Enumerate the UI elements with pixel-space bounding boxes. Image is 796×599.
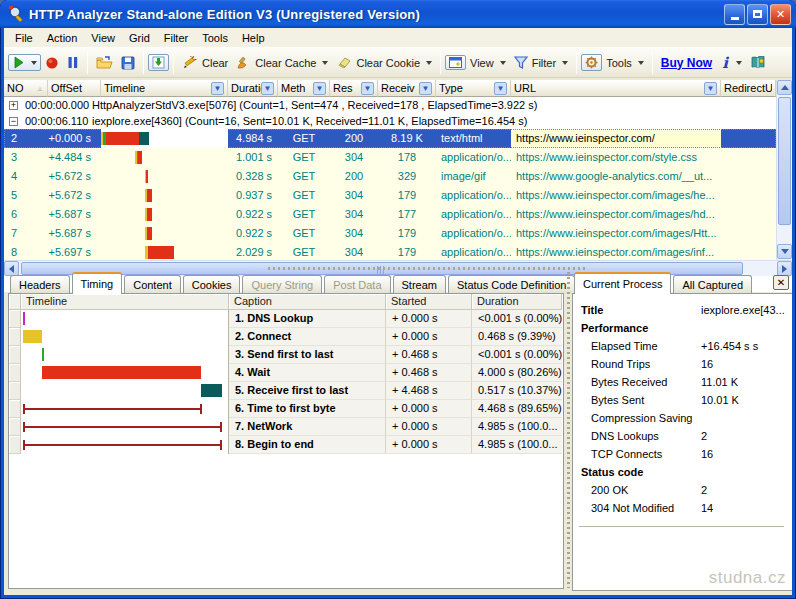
column-filter-icon[interactable]: ▼: [313, 82, 326, 95]
column-filter-icon[interactable]: ▼: [419, 82, 432, 95]
column-header-meth[interactable]: Meth▼: [278, 80, 330, 97]
clear-cookie-button[interactable]: Clear Cookie: [332, 54, 436, 71]
column-header-duratio[interactable]: Duratio▼: [228, 80, 278, 97]
request-row[interactable]: 3+4.484 s1.001 sGET304178application/o..…: [4, 148, 776, 167]
timing-row[interactable]: 6. Time to first byte+ 0.000 s4.468 s (8…: [9, 400, 563, 418]
vertical-splitter[interactable]: [565, 272, 572, 588]
tab-status-code-definition[interactable]: Status Code Definition: [448, 275, 575, 294]
scroll-down-button[interactable]: [777, 244, 792, 259]
view-icon-button[interactable]: [445, 55, 466, 70]
request-row[interactable]: 5+5.672 s0.937 sGET304179application/o..…: [4, 186, 776, 205]
pause-capture-button[interactable]: [63, 54, 83, 71]
menu-item-tools[interactable]: Tools: [195, 30, 235, 46]
column-header-timeline[interactable]: Timeline▼: [101, 80, 228, 97]
request-row[interactable]: 7+5.687 s0.922 sGET304179application/o..…: [4, 224, 776, 243]
timing-row-selector[interactable]: [9, 418, 21, 436]
tab-query-string[interactable]: Query String: [242, 275, 322, 294]
column-filter-icon[interactable]: ▼: [494, 82, 507, 95]
tab-timing[interactable]: Timing: [72, 272, 123, 294]
info-caret[interactable]: [736, 61, 742, 65]
start-dropdown-caret[interactable]: [31, 61, 37, 65]
timing-row-selector[interactable]: [9, 346, 21, 364]
export-button[interactable]: [148, 54, 169, 71]
menu-item-help[interactable]: Help: [235, 30, 272, 46]
tab-cookies[interactable]: Cookies: [183, 275, 241, 294]
save-button[interactable]: [117, 54, 139, 72]
column-header-no[interactable]: NO▵: [4, 80, 48, 97]
timing-header-duration[interactable]: Duration: [472, 294, 562, 310]
column-filter-icon[interactable]: ▼: [261, 82, 274, 95]
vertical-scroll-thumb[interactable]: [778, 97, 791, 225]
help-button[interactable]: [746, 54, 770, 71]
tab-stream[interactable]: Stream: [393, 275, 446, 294]
horizontal-splitter[interactable]: [4, 264, 792, 272]
timing-row-selector[interactable]: [9, 400, 21, 418]
menu-item-action[interactable]: Action: [40, 30, 85, 46]
timing-row[interactable]: 7. NetWork+ 0.000 s4.985 s (100.0...: [9, 418, 563, 436]
filter-caret[interactable]: [562, 61, 568, 65]
tab-all-captured[interactable]: All Captured: [673, 275, 752, 294]
timing-row[interactable]: 1. DNS Lookup+ 0.000 s<0.001 s (0.00%): [9, 310, 563, 328]
column-filter-icon[interactable]: ▼: [361, 82, 374, 95]
menu-item-file[interactable]: File: [8, 30, 40, 46]
request-row[interactable]: 8+5.697 s2.029 sGET304179application/o..…: [4, 243, 776, 260]
close-button[interactable]: ✕: [770, 4, 791, 25]
process-group-row[interactable]: −00:00:06.110iexplore.exe[4360] (Count=1…: [4, 113, 776, 129]
timing-header-timeline[interactable]: Timeline: [21, 294, 229, 310]
timing-row[interactable]: 5. Receive first to last+ 4.468 s0.517 s…: [9, 382, 563, 400]
menu-item-grid[interactable]: Grid: [122, 30, 157, 46]
open-button[interactable]: [92, 54, 117, 72]
tools-button[interactable]: Tools: [602, 55, 648, 71]
column-filter-icon[interactable]: ▼: [211, 82, 224, 95]
start-capture-button[interactable]: [8, 54, 41, 71]
maximize-button[interactable]: [747, 4, 768, 25]
column-header-url[interactable]: URL▼: [511, 80, 721, 97]
request-row[interactable]: 4+5.672 s0.328 sGET200329image/gifhttps:…: [4, 167, 776, 186]
timing-row[interactable]: 2. Connect+ 0.000 s0.468 s (9.39%): [9, 328, 563, 346]
column-header-res[interactable]: Res▼: [330, 80, 378, 97]
timing-row-selector[interactable]: [9, 364, 21, 382]
timing-row[interactable]: 8. Begin to end+ 0.000 s4.985 s (100.0..…: [9, 436, 563, 454]
timing-row[interactable]: 4. Wait+ 0.468 s4.000 s (80.26%): [9, 364, 563, 382]
request-row[interactable]: 6+5.687 s0.922 sGET304177application/o..…: [4, 205, 776, 224]
menu-item-view[interactable]: View: [84, 30, 122, 46]
clear-cookie-caret[interactable]: [426, 61, 432, 65]
column-header-type[interactable]: Type▼: [436, 80, 511, 97]
tab-post-data[interactable]: Post Data: [324, 275, 390, 294]
filter-button[interactable]: Filter: [510, 54, 572, 71]
column-filter-icon[interactable]: ▼: [704, 82, 717, 95]
timing-row-selector[interactable]: [9, 382, 21, 400]
view-caret[interactable]: [500, 61, 506, 65]
expand-icon[interactable]: +: [9, 101, 18, 110]
tools-caret[interactable]: [638, 61, 644, 65]
info-button[interactable]: i: [716, 52, 746, 74]
clear-button[interactable]: Clear: [178, 54, 232, 72]
request-row[interactable]: 2+0.000 s4.984 sGET2008.19 Ktext/htmlhtt…: [4, 129, 776, 148]
column-header-offset[interactable]: OffSet: [48, 80, 101, 97]
tab-headers[interactable]: Headers: [10, 275, 70, 294]
timing-header-caption[interactable]: Caption: [229, 294, 386, 310]
tab-content[interactable]: Content: [124, 275, 181, 294]
buy-now-link[interactable]: Buy Now: [657, 56, 716, 70]
timing-row-selector[interactable]: [9, 310, 21, 328]
collapse-icon[interactable]: −: [9, 117, 18, 126]
grid-vertical-scrollbar[interactable]: [776, 80, 792, 260]
clear-cache-button[interactable]: Clear Cache: [232, 54, 332, 72]
stop-capture-button[interactable]: [41, 54, 63, 72]
column-header-redirectur[interactable]: RedirectUR: [721, 80, 776, 97]
scroll-up-button[interactable]: [777, 80, 792, 95]
view-button[interactable]: View: [466, 55, 510, 71]
timing-row-selector[interactable]: [9, 328, 21, 346]
process-group-row[interactable]: +00:00:00.000HttpAnalyzerStdV3.exe[5076]…: [4, 97, 776, 113]
timing-header-started[interactable]: Started: [386, 294, 472, 310]
menu-item-filter[interactable]: Filter: [157, 30, 195, 46]
tab-current-process[interactable]: Current Process: [574, 272, 671, 294]
timing-row-selector[interactable]: [9, 436, 21, 454]
title-bar[interactable]: HTTP Analyzer Stand-alone Edition V3 (Un…: [0, 0, 796, 28]
minimize-button[interactable]: [724, 4, 745, 25]
close-panel-button[interactable]: ✕: [773, 275, 789, 290]
column-header-receiv[interactable]: Receiv▼: [378, 80, 436, 97]
tools-icon-button[interactable]: [581, 54, 602, 71]
clear-cache-caret[interactable]: [322, 61, 328, 65]
timing-row[interactable]: 3. Send first to last+ 0.468 s<0.001 s (…: [9, 346, 563, 364]
